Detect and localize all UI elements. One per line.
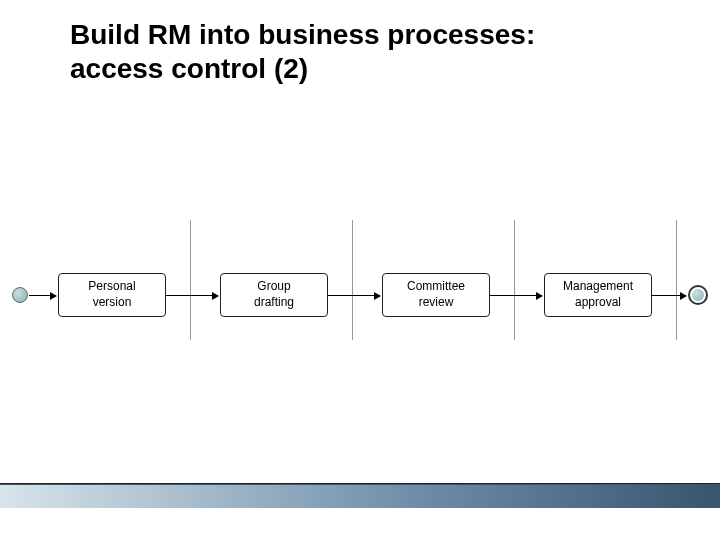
sequence-flow-arrow (652, 295, 686, 296)
sequence-flow-arrow (29, 295, 56, 296)
end-event-icon (688, 285, 708, 305)
task-label: Managementapproval (563, 279, 633, 310)
sequence-flow-arrow (166, 295, 218, 296)
task-label: Groupdrafting (254, 279, 294, 310)
slide-title: Build RM into business processes: access… (70, 18, 535, 85)
title-line-2: access control (2) (70, 53, 308, 84)
task-label: Personalversion (88, 279, 135, 310)
start-event-icon (12, 287, 28, 303)
task-personal-version: Personalversion (58, 273, 166, 317)
process-flow: Personalversion Groupdrafting Committeer… (0, 265, 720, 325)
task-committee-review: Committeereview (382, 273, 490, 317)
title-line-1: Build RM into business processes: (70, 19, 535, 50)
sequence-flow-arrow (328, 295, 380, 296)
sequence-flow-arrow (490, 295, 542, 296)
task-label: Committeereview (407, 279, 465, 310)
task-group-drafting: Groupdrafting (220, 273, 328, 317)
end-event-inner-icon (692, 289, 704, 301)
footer-gradient-bar (0, 484, 720, 508)
task-management-approval: Managementapproval (544, 273, 652, 317)
